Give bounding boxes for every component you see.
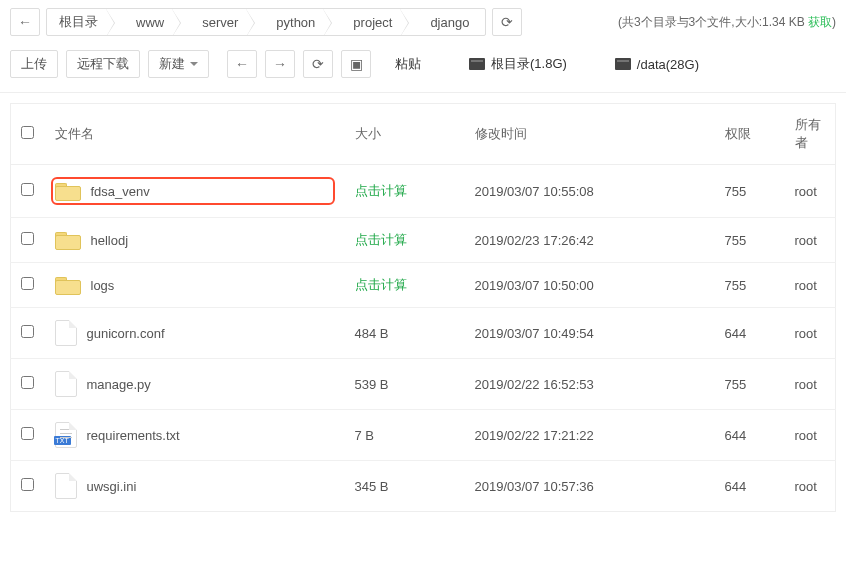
file-owner: root (785, 263, 836, 308)
file-size: 539 B (355, 377, 389, 392)
folder-icon (55, 181, 81, 201)
calc-size-link[interactable]: 点击计算 (355, 232, 407, 247)
breadcrumb-item[interactable]: server (180, 9, 254, 35)
refresh-icon: ⟳ (312, 57, 324, 71)
disk-icon (469, 58, 485, 70)
remote-download-button[interactable]: 远程下载 (66, 50, 140, 78)
data-disk-link[interactable]: /data(28G) (609, 57, 705, 72)
file-name-label: uwsgi.ini (87, 479, 137, 494)
table-row: gunicorn.conf484 B2019/03/07 10:49:54644… (11, 308, 836, 359)
file-name-cell[interactable]: uwsgi.ini (55, 473, 335, 499)
file-mtime: 2019/02/22 16:52:53 (465, 359, 715, 410)
refresh-path-button[interactable]: ⟳ (492, 8, 522, 36)
file-owner: root (785, 308, 836, 359)
row-checkbox[interactable] (21, 325, 34, 338)
file-owner: root (785, 218, 836, 263)
terminal-button[interactable]: ▣ (341, 50, 371, 78)
row-checkbox[interactable] (21, 232, 34, 245)
calc-size-link[interactable]: 点击计算 (355, 183, 407, 198)
header-owner[interactable]: 所有者 (785, 104, 836, 165)
root-disk-label: 根目录(1.8G) (491, 55, 567, 73)
file-permissions: 644 (715, 410, 785, 461)
table-header-row: 文件名 大小 修改时间 权限 所有者 (11, 104, 836, 165)
file-name-cell[interactable]: manage.py (55, 371, 335, 397)
disk-icon (615, 58, 631, 70)
root-disk-link[interactable]: 根目录(1.8G) (463, 55, 573, 73)
table-row: requirements.txt7 B2019/02/22 17:21:2264… (11, 410, 836, 461)
file-name-label: requirements.txt (87, 428, 180, 443)
table-row: manage.py539 B2019/02/22 16:52:53755root (11, 359, 836, 410)
file-name-label: manage.py (87, 377, 151, 392)
path-bar: ← 根目录wwwserverpythonprojectdjango ⟳ (共3个… (0, 0, 846, 44)
file-permissions: 644 (715, 461, 785, 512)
summary-fetch-link[interactable]: 获取 (808, 15, 832, 29)
txt-file-icon (55, 422, 77, 448)
file-table: 文件名 大小 修改时间 权限 所有者 fdsa_venv点击计算2019/03/… (10, 103, 836, 512)
table-row: fdsa_venv点击计算2019/03/07 10:55:08755root (11, 165, 836, 218)
file-name-label: gunicorn.conf (87, 326, 165, 341)
file-permissions: 755 (715, 263, 785, 308)
header-size[interactable]: 大小 (345, 104, 465, 165)
file-name-label: hellodj (91, 233, 129, 248)
row-checkbox[interactable] (21, 427, 34, 440)
arrow-left-icon: ← (235, 57, 249, 71)
summary-suffix: ) (832, 15, 836, 29)
file-name-cell[interactable]: hellodj (55, 230, 335, 250)
file-owner: root (785, 461, 836, 512)
header-perm[interactable]: 权限 (715, 104, 785, 165)
file-mtime: 2019/03/07 10:57:36 (465, 461, 715, 512)
toolbar: 上传 远程下载 新建 ← → ⟳ ▣ 粘贴 根目录(1.8G) /data(28… (0, 44, 846, 93)
file-owner: root (785, 410, 836, 461)
file-icon (55, 320, 77, 346)
file-permissions: 755 (715, 218, 785, 263)
table-row: uwsgi.ini345 B2019/03/07 10:57:36644root (11, 461, 836, 512)
row-checkbox[interactable] (21, 478, 34, 491)
file-owner: root (785, 165, 836, 218)
nav-forward-button[interactable]: → (265, 50, 295, 78)
breadcrumb-item[interactable]: www (114, 9, 180, 35)
header-mtime[interactable]: 修改时间 (465, 104, 715, 165)
file-mtime: 2019/02/22 17:21:22 (465, 410, 715, 461)
breadcrumb: 根目录wwwserverpythonprojectdjango (46, 8, 486, 36)
file-mtime: 2019/03/07 10:49:54 (465, 308, 715, 359)
calc-size-link[interactable]: 点击计算 (355, 277, 407, 292)
arrow-right-icon: → (273, 57, 287, 71)
file-icon (55, 371, 77, 397)
breadcrumb-item[interactable]: python (254, 9, 331, 35)
file-size: 345 B (355, 479, 389, 494)
terminal-icon: ▣ (350, 57, 363, 71)
file-name-cell[interactable]: gunicorn.conf (55, 320, 335, 346)
file-name-cell[interactable]: logs (55, 275, 335, 295)
select-all-checkbox[interactable] (21, 126, 34, 139)
folder-icon (55, 230, 81, 250)
file-mtime: 2019/03/07 10:55:08 (465, 165, 715, 218)
row-checkbox[interactable] (21, 277, 34, 290)
paste-button[interactable]: 粘贴 (389, 55, 427, 73)
upload-button[interactable]: 上传 (10, 50, 58, 78)
file-name-label: logs (91, 278, 115, 293)
file-permissions: 755 (715, 359, 785, 410)
folder-icon (55, 275, 81, 295)
directory-summary: (共3个目录与3个文件,大小:1.34 KB 获取) (618, 14, 836, 31)
row-checkbox[interactable] (21, 376, 34, 389)
nav-back-button[interactable]: ← (227, 50, 257, 78)
breadcrumb-item[interactable]: django (408, 9, 485, 35)
refresh-button[interactable]: ⟳ (303, 50, 333, 78)
table-row: logs点击计算2019/03/07 10:50:00755root (11, 263, 836, 308)
file-name-cell[interactable]: requirements.txt (55, 422, 335, 448)
file-size: 484 B (355, 326, 389, 341)
file-name-cell[interactable]: fdsa_venv (51, 177, 335, 205)
file-icon (55, 473, 77, 499)
file-permissions: 644 (715, 308, 785, 359)
back-button[interactable]: ← (10, 8, 40, 36)
arrow-left-icon: ← (18, 15, 32, 29)
row-checkbox[interactable] (21, 183, 34, 196)
file-name-label: fdsa_venv (91, 184, 150, 199)
new-dropdown[interactable]: 新建 (148, 50, 209, 78)
breadcrumb-item[interactable]: 根目录 (47, 9, 114, 35)
header-name[interactable]: 文件名 (45, 104, 345, 165)
data-disk-label: /data(28G) (637, 57, 699, 72)
breadcrumb-item[interactable]: project (331, 9, 408, 35)
file-size: 7 B (355, 428, 375, 443)
file-owner: root (785, 359, 836, 410)
